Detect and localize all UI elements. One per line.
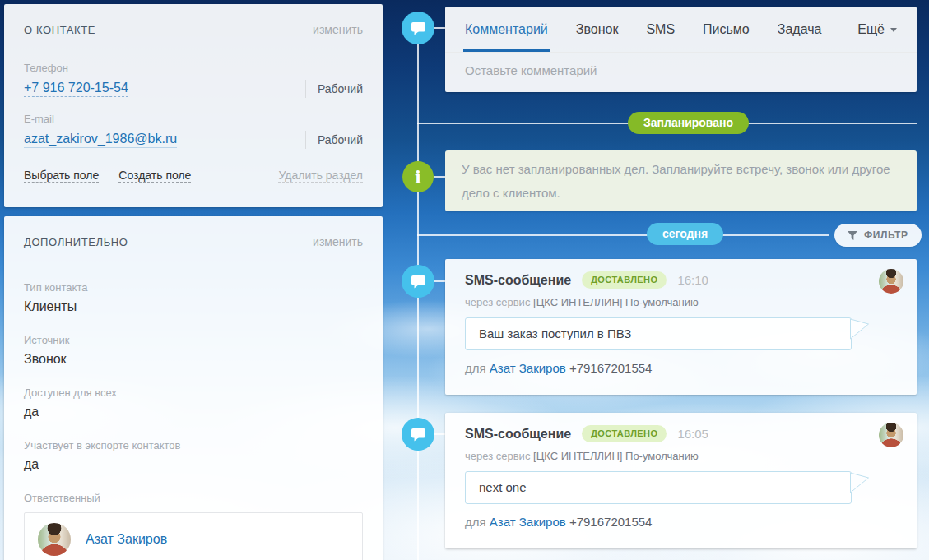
sms-message-bubble: next one — [465, 471, 852, 504]
create-field-link[interactable]: Создать поле — [118, 169, 191, 183]
today-badge: сегодня — [647, 223, 723, 245]
status-badge: ДОСТАВЛЕНО — [582, 425, 667, 442]
chevron-down-icon — [890, 28, 897, 32]
additional-info-card: ДОПОЛНИТЕЛЬНО изменить Тип контакта Клие… — [4, 216, 383, 560]
service-name: [ЦКС ИНТЕЛЛИН] По-умолчанию — [533, 450, 699, 462]
sms-entry-time: 16:05 — [677, 427, 708, 441]
filter-button-label: ФИЛЬТР — [864, 229, 908, 241]
status-badge: ДОСТАВЛЕНО — [582, 271, 667, 289]
available-to-all-label: Доступен для всех — [24, 386, 363, 399]
sms-entry: SMS-сообщение ДОСТАВЛЕНО 16:05 через сер… — [445, 413, 917, 548]
connector-line — [434, 280, 445, 282]
connector-line — [434, 176, 445, 178]
sms-message-text: next one — [479, 480, 527, 494]
email-field-label: E-mail — [24, 113, 363, 125]
recipient-link[interactable]: Азат Закиров — [490, 361, 566, 375]
sms-icon — [402, 265, 434, 298]
source-label: Источник — [24, 334, 363, 346]
email-value-link[interactable]: azat_zakirov_1986@bk.ru — [24, 132, 177, 148]
funnel-icon — [848, 231, 857, 240]
recipient-phone: +79167201554 — [569, 515, 653, 529]
phone-type-tag: Рабочий — [305, 80, 363, 98]
sms-icon — [402, 418, 434, 451]
recipient-phone: +79167201554 — [569, 361, 653, 375]
planned-badge: Запланировано — [628, 112, 749, 134]
export-value: да — [24, 457, 363, 472]
comment-input[interactable] — [465, 63, 897, 77]
source-value: Звонок — [24, 352, 363, 367]
delete-section-link[interactable]: Удалить раздел — [278, 169, 363, 183]
responsible-avatar[interactable] — [38, 523, 71, 556]
responsible-name-link[interactable]: Азат Закиров — [86, 532, 167, 547]
export-label: Участвует в экспорте контактов — [24, 439, 363, 451]
service-name: [ЦКС ИНТЕЛЛИН] По-умолчанию — [533, 296, 699, 308]
select-field-link[interactable]: Выбрать поле — [24, 169, 99, 183]
divider — [24, 261, 363, 261]
via-service-label: через сервис — [465, 296, 530, 308]
responsible-label: Ответственный — [24, 492, 363, 504]
planned-empty-notice: У вас нет запланированных дел. Запланиру… — [445, 150, 917, 211]
connector-line — [434, 27, 445, 29]
sms-entry: SMS-сообщение ДОСТАВЛЕНО 16:10 через сер… — [445, 259, 917, 395]
tab-task[interactable]: Задача — [778, 7, 822, 52]
additional-card-title: ДОПОЛНИТЕЛЬНО — [24, 236, 128, 248]
contact-type-label: Тип контакта — [24, 281, 363, 294]
responsible-box: Азат Закиров — [24, 512, 363, 560]
about-contact-card: О КОНТАКТЕ изменить Телефон +7 916 720-1… — [4, 4, 383, 207]
author-avatar[interactable] — [879, 269, 903, 294]
available-to-all-value: да — [24, 405, 363, 419]
bubble-tail — [850, 471, 870, 494]
contact-sidebar: О КОНТАКТЕ изменить Телефон +7 916 720-1… — [4, 4, 383, 560]
about-card-title: О КОНТАКТЕ — [24, 24, 95, 36]
composer-card: Комментарий Звонок SMS Письмо Задача Ещё — [445, 7, 917, 92]
today-section-line — [417, 234, 829, 236]
sms-message-bubble: Ваш заказ поступил в ПВЗ — [465, 317, 852, 350]
email-type-tag: Рабочий — [305, 131, 363, 149]
bubble-tail — [850, 317, 870, 340]
sms-message-text: Ваш заказ поступил в ПВЗ — [479, 326, 631, 340]
tab-letter[interactable]: Письмо — [703, 7, 750, 52]
filter-button[interactable]: ФИЛЬТР — [834, 224, 922, 247]
recipient-link[interactable]: Азат Закиров — [490, 515, 566, 529]
recipient-prefix: для — [465, 515, 486, 529]
sms-entry-title: SMS-сообщение — [465, 427, 571, 442]
about-edit-link[interactable]: изменить — [313, 23, 363, 36]
divider — [24, 49, 363, 49]
author-avatar[interactable] — [879, 423, 903, 447]
composer-tabs: Комментарий Звонок SMS Письмо Задача Ещё — [445, 7, 917, 52]
tab-call[interactable]: Звонок — [576, 7, 619, 52]
info-icon: i — [402, 161, 434, 192]
tab-comment[interactable]: Комментарий — [465, 7, 548, 52]
sms-entry-time: 16:10 — [677, 273, 708, 287]
additional-edit-link[interactable]: изменить — [313, 235, 363, 248]
recipient-prefix: для — [465, 361, 486, 375]
connector-line — [434, 433, 445, 435]
sms-entry-title: SMS-сообщение — [465, 273, 571, 288]
tab-sms[interactable]: SMS — [646, 7, 675, 52]
contact-type-value: Клиенты — [24, 299, 363, 314]
comment-icon — [402, 12, 434, 44]
phone-value-link[interactable]: +7 916 720-15-54 — [24, 81, 128, 97]
phone-field-label: Телефон — [24, 62, 363, 74]
tab-more-label: Ещё — [857, 22, 885, 37]
tab-more[interactable]: Ещё — [857, 22, 897, 37]
via-service-label: через сервис — [465, 450, 530, 462]
